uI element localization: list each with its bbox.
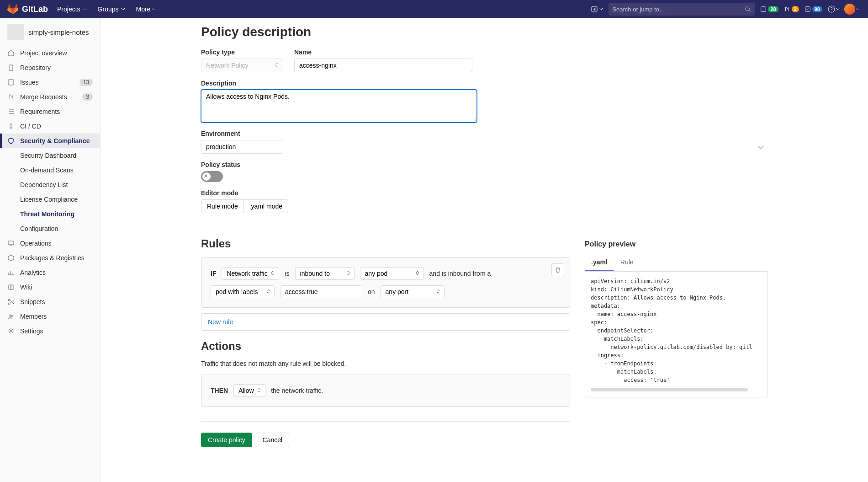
mrs-link[interactable]: 2	[782, 5, 801, 13]
issues-link[interactable]: 28	[758, 5, 780, 13]
direction-select[interactable]: inbound to	[295, 267, 355, 280]
sidebar-item-mrs[interactable]: Merge Requests3	[0, 90, 100, 104]
sidebar-sub-threat[interactable]: Threat Monitoring	[20, 207, 100, 221]
todo-icon	[804, 6, 811, 12]
label-name: Name	[294, 48, 472, 56]
project-header[interactable]: simply-simple-notes	[0, 18, 100, 46]
traffic-select[interactable]: Network traffic	[222, 267, 279, 280]
topbar: GitLab Projects Groups More 28 2 98	[0, 0, 868, 18]
allow-select[interactable]: Allow	[233, 384, 265, 397]
screen-icon	[7, 240, 15, 247]
help-icon	[828, 5, 835, 13]
label-environment: Environment	[201, 130, 767, 137]
project-name: simply-simple-notes	[28, 28, 89, 36]
actions-heading: Actions	[201, 340, 570, 353]
new-dropdown[interactable]	[589, 4, 605, 14]
sidebar-item-members[interactable]: Members	[0, 309, 100, 324]
sidebar-item-snippets[interactable]: Snippets	[0, 295, 100, 309]
scrollbar[interactable]	[591, 388, 748, 391]
list-icon	[7, 108, 15, 115]
svg-point-7	[8, 299, 10, 301]
page-title: Policy description	[201, 25, 767, 39]
actions-help: Traffic that does not match any rule wil…	[201, 360, 570, 367]
avatar	[844, 4, 855, 15]
chevron-down-icon	[121, 7, 125, 11]
tanuki-icon	[7, 4, 18, 15]
description-textarea[interactable]	[201, 90, 477, 123]
sidebar-item-repository[interactable]: Repository	[0, 60, 100, 75]
preview-tabs: .yaml Rule	[585, 254, 767, 272]
nav-projects[interactable]: Projects	[52, 1, 92, 17]
label-description: Description	[201, 80, 767, 87]
action-box: THEN Allow the network traffic.	[201, 375, 570, 407]
and-text: and is inbound from a	[429, 270, 491, 277]
tab-rule[interactable]: Rule	[614, 254, 640, 271]
sidebar-item-settings[interactable]: Settings	[0, 324, 100, 338]
is-text: is	[285, 270, 289, 277]
svg-rect-5	[8, 80, 14, 85]
label-input[interactable]	[280, 285, 362, 298]
svg-point-1	[746, 7, 750, 11]
sidebar-item-operations[interactable]: Operations	[0, 236, 100, 251]
gear-icon	[7, 327, 15, 335]
tab-yaml[interactable]: .yaml	[585, 254, 614, 271]
divider-2	[201, 421, 570, 422]
yaml-mode-button[interactable]: .yaml mode	[244, 199, 288, 213]
sidebar-sub-license[interactable]: License Compliance	[20, 192, 100, 207]
chevron-down-icon	[856, 7, 861, 11]
pod-select[interactable]: pod with labels	[211, 285, 275, 298]
target-select[interactable]: any pod	[360, 267, 424, 280]
issues-icon	[760, 6, 767, 12]
sidebar-sub-dependency[interactable]: Dependency List	[20, 177, 100, 192]
plus-icon	[591, 6, 598, 12]
cancel-button[interactable]: Cancel	[256, 433, 290, 447]
sidebar-item-requirements[interactable]: Requirements	[0, 104, 100, 119]
rule-mode-button[interactable]: Rule mode	[201, 199, 244, 213]
issues-icon	[7, 79, 15, 86]
sidebar-item-issues[interactable]: Issues13	[0, 75, 100, 90]
rule-box: IF Network traffic is inbound to any pod…	[201, 257, 570, 308]
sidebar-sub-config[interactable]: Configuration	[20, 221, 100, 236]
yaml-preview: apiVersion: cilium.io/v2 kind: CiliumNet…	[585, 272, 767, 397]
chevron-down-icon	[598, 7, 603, 11]
port-select[interactable]: any port	[381, 285, 445, 298]
new-rule-link[interactable]: New rule	[208, 318, 233, 326]
sidebar-item-packages[interactable]: Packages & Registries	[0, 251, 100, 265]
delete-rule-button[interactable]	[551, 263, 564, 276]
search-input[interactable]	[612, 6, 745, 13]
brand-text: GitLab	[22, 5, 48, 14]
chevron-down-icon	[152, 7, 157, 11]
sidebar-sub-dashboard[interactable]: Security Dashboard	[20, 148, 100, 163]
new-rule-box: New rule	[201, 313, 570, 331]
nav-more[interactable]: More	[131, 1, 163, 17]
todos-link[interactable]: 98	[803, 5, 824, 13]
svg-point-11	[10, 330, 12, 332]
scissors-icon	[7, 298, 15, 305]
yaml-content: apiVersion: cilium.io/v2 kind: CiliumNet…	[591, 277, 762, 384]
label-policy-type: Policy type	[201, 48, 283, 56]
policy-type-select: Network Policy	[201, 59, 283, 72]
sidebar-sub-scans[interactable]: On-demand Scans	[20, 163, 100, 177]
top-nav: Projects Groups More	[52, 1, 162, 17]
sidebar-item-analytics[interactable]: Analytics	[0, 265, 100, 280]
sidebar-item-wiki[interactable]: Wiki	[0, 280, 100, 295]
sidebar-item-overview[interactable]: Project overview	[0, 46, 100, 60]
status-toggle[interactable]: ✕	[201, 171, 223, 182]
merge-icon	[7, 93, 15, 101]
main-content: Policy description Policy type Network P…	[101, 18, 868, 482]
on-text: on	[368, 288, 375, 295]
environment-select[interactable]: production	[201, 140, 283, 154]
user-menu[interactable]	[844, 4, 861, 15]
help-dropdown[interactable]	[828, 5, 841, 13]
sidebar-item-cicd[interactable]: CI / CD	[0, 119, 100, 134]
chart-icon	[7, 269, 15, 276]
doc-icon	[7, 64, 15, 71]
search-box[interactable]	[609, 3, 755, 16]
sidebar-item-security[interactable]: Security & Compliance	[0, 134, 100, 148]
name-input[interactable]	[294, 59, 472, 72]
project-icon	[7, 24, 24, 40]
gitlab-logo[interactable]: GitLab	[7, 4, 48, 15]
nav-groups[interactable]: Groups	[92, 1, 131, 17]
create-policy-button[interactable]: Create policy	[201, 433, 252, 447]
action-tail: the network traffic.	[271, 387, 323, 394]
